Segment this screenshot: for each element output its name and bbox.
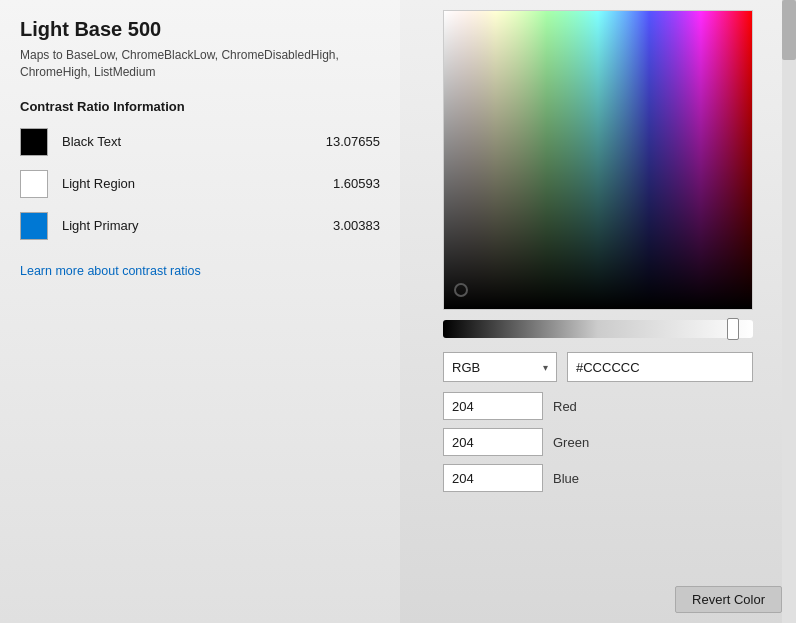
channel-row-red: Red (443, 392, 753, 420)
green-channel-label: Green (553, 435, 589, 450)
contrast-label-light-primary: Light Primary (62, 218, 310, 233)
learn-more-link[interactable]: Learn more about contrast ratios (20, 264, 380, 278)
contrast-heading: Contrast Ratio Information (20, 99, 380, 114)
blue-channel-input[interactable] (443, 464, 543, 492)
contrast-label-black-text: Black Text (62, 134, 310, 149)
contrast-row-black-text: Black Text13.07655 (20, 128, 380, 156)
red-channel-input[interactable] (443, 392, 543, 420)
contrast-value-light-primary: 3.00383 (310, 218, 380, 233)
brightness-thumb[interactable] (727, 318, 739, 340)
contrast-row-light-region: Light Region1.60593 (20, 170, 380, 198)
format-select-value: RGB (452, 360, 480, 375)
contrast-value-black-text: 13.07655 (310, 134, 380, 149)
maps-text: Maps to BaseLow, ChromeBlackLow, ChromeD… (20, 47, 380, 81)
format-select[interactable]: RGB ▾ (443, 352, 557, 382)
channel-row-blue: Blue (443, 464, 753, 492)
color-picker-canvas[interactable] (443, 10, 753, 310)
scrollbar-area[interactable] (782, 0, 796, 623)
swatch-black-text (20, 128, 48, 156)
green-channel-input[interactable] (443, 428, 543, 456)
channel-row-green: Green (443, 428, 753, 456)
hue-slider-container (443, 320, 753, 338)
right-panel: RGB ▾ RedGreenBlue Revert Color (400, 0, 796, 623)
contrast-row-light-primary: Light Primary3.00383 (20, 212, 380, 240)
contrast-label-light-region: Light Region (62, 176, 310, 191)
bottom-bar: Revert Color (400, 576, 796, 623)
scrollbar-thumb[interactable] (782, 0, 796, 60)
hex-input[interactable] (567, 352, 753, 382)
color-format-row: RGB ▾ (443, 352, 753, 382)
blue-channel-label: Blue (553, 471, 579, 486)
channel-rows: RedGreenBlue (443, 392, 753, 500)
color-gradient-svg (444, 11, 752, 309)
swatch-light-region (20, 170, 48, 198)
picker-cursor[interactable] (454, 283, 468, 297)
contrast-rows: Black Text13.07655Light Region1.60593Lig… (20, 128, 380, 254)
swatch-light-primary (20, 212, 48, 240)
red-channel-label: Red (553, 399, 577, 414)
brightness-slider[interactable] (443, 320, 753, 338)
panel-title: Light Base 500 (20, 18, 380, 41)
contrast-value-light-region: 1.60593 (310, 176, 380, 191)
left-panel: Light Base 500 Maps to BaseLow, ChromeBl… (0, 0, 400, 623)
chevron-down-icon: ▾ (543, 362, 548, 373)
svg-rect-2 (444, 11, 752, 309)
revert-color-button[interactable]: Revert Color (675, 586, 782, 613)
